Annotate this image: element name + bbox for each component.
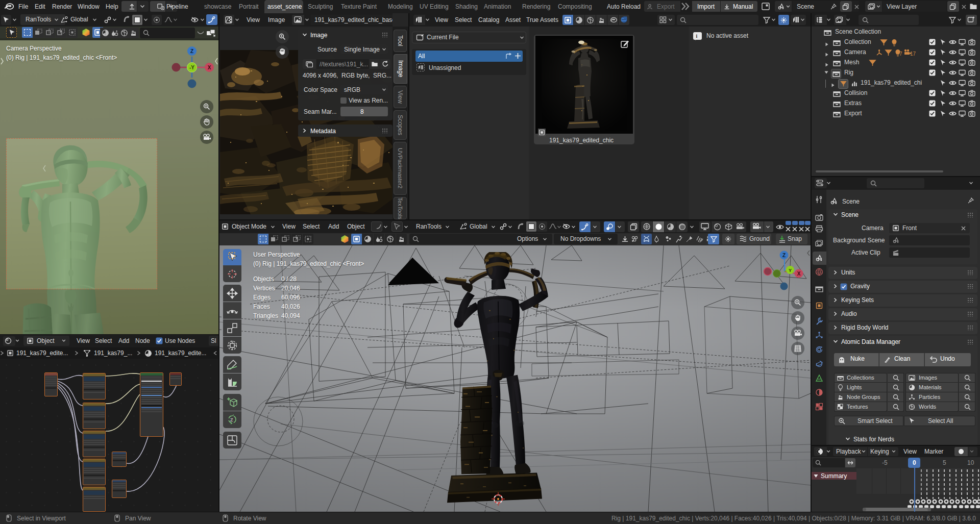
svg-text:Z: Z bbox=[782, 253, 786, 258]
svg-text:Y: Y bbox=[789, 268, 792, 273]
svg-text:i: i bbox=[696, 33, 697, 39]
svg-text:-Y: -Y bbox=[189, 65, 194, 70]
svg-text:Z: Z bbox=[190, 48, 193, 54]
svg-text:Z: Z bbox=[230, 417, 233, 422]
svg-text:X: X bbox=[797, 271, 801, 277]
svg-text:X: X bbox=[208, 65, 211, 70]
